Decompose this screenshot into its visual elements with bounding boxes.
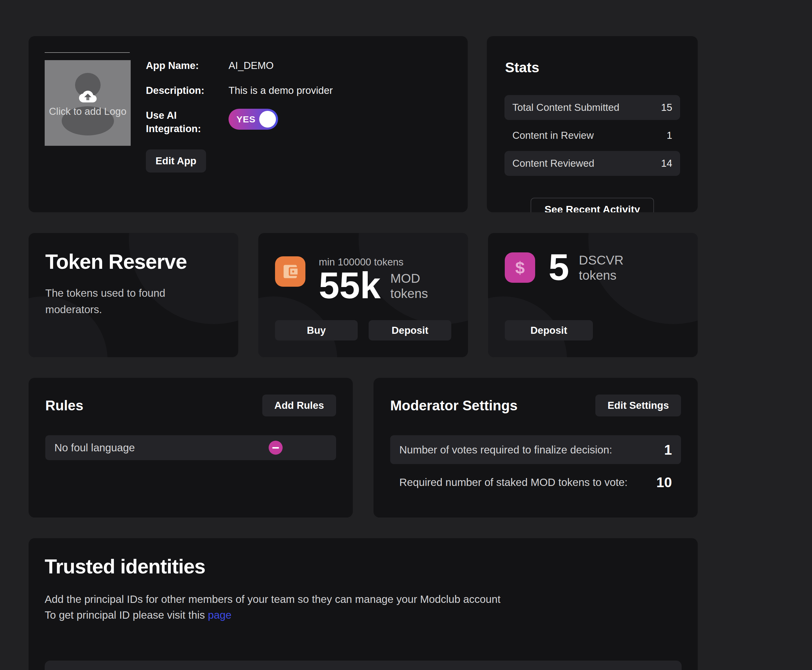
dollar-icon: $ — [505, 252, 535, 283]
stats-list: Total Content Submitted 15 Content in Re… — [505, 95, 680, 176]
mod-token-label: MOD tokens — [390, 271, 428, 301]
app-fields: App Name: AI_DEMO Description: This is a… — [146, 52, 452, 196]
stat-row: Content in Review 1 — [505, 123, 680, 148]
moderator-settings-title: Moderator Settings — [390, 397, 517, 414]
wallet-icon — [275, 256, 305, 287]
stat-label: Content in Review — [512, 130, 594, 141]
moderator-settings-card: Moderator Settings Edit Settings Number … — [373, 378, 698, 518]
dscvr-amount: 5 — [549, 252, 569, 283]
stats-title: Stats — [505, 59, 680, 76]
edit-settings-button[interactable]: Edit Settings — [595, 394, 681, 416]
token-reserve-card: Token Reserve The tokens used to found m… — [29, 233, 238, 357]
rule-text: No foul language — [54, 442, 135, 454]
trusted-identities-description: Add the principal IDs for other members … — [45, 591, 681, 623]
table-header-principal-id: Principal ID — [79, 668, 332, 670]
buy-button[interactable]: Buy — [275, 320, 358, 340]
table-header-actions: Actions — [496, 668, 534, 670]
mod-amount: 55k — [319, 270, 381, 301]
principal-id-page-link[interactable]: page — [208, 609, 232, 621]
token-reserve-title: Token Reserve — [45, 250, 222, 273]
logo-upload[interactable]: Click to add Logo — [45, 60, 131, 146]
mod-balance-card: min 100000 tokens 55k MOD tokens Buy Dep… — [258, 233, 468, 357]
page-content: Click to add Logo App Name: AI_DEMO Desc… — [29, 36, 698, 670]
table-header-username: Username — [332, 668, 496, 670]
logo-divider — [45, 52, 130, 53]
description-label: Description: — [146, 84, 229, 97]
see-recent-activity-button[interactable]: See Recent Activity — [531, 198, 654, 212]
ai-integration-label: Use AI Integration: — [146, 109, 210, 135]
logo-caption: Click to add Logo — [45, 106, 131, 117]
stat-value: 1 — [667, 130, 672, 141]
mod-deposit-button[interactable]: Deposit — [369, 320, 451, 340]
setting-value: 1 — [664, 442, 672, 458]
stat-label: Content Reviewed — [512, 157, 594, 169]
trusted-identities-table: Principal ID Username Actions — [45, 661, 681, 670]
add-rules-button[interactable]: Add Rules — [262, 394, 336, 416]
cloud-upload-icon — [79, 90, 97, 105]
edit-app-button[interactable]: Edit App — [146, 149, 206, 173]
rules-card: Rules Add Rules No foul language — [29, 378, 353, 518]
logo-column: Click to add Logo — [45, 52, 131, 196]
toggle-yes-label: YES — [236, 109, 256, 130]
trusted-identities-card: Trusted identities Add the principal IDs… — [29, 538, 698, 670]
dscvr-deposit-button[interactable]: Deposit — [505, 320, 593, 340]
toggle-knob — [259, 111, 276, 128]
app-name-value: AI_DEMO — [229, 59, 452, 72]
stat-value: 14 — [661, 157, 672, 169]
rules-title: Rules — [45, 397, 83, 414]
remove-rule-button[interactable] — [269, 441, 283, 455]
setting-label: Number of votes required to finalize dec… — [399, 444, 612, 456]
settings-row: Required number of staked MOD tokens to … — [390, 468, 681, 497]
token-reserve-description: The tokens used to found moderators. — [45, 285, 173, 318]
stat-row: Content Reviewed 14 — [505, 151, 680, 176]
ai-integration-toggle[interactable]: YES — [229, 109, 278, 130]
rule-list-item: No foul language — [45, 435, 336, 460]
dscvr-balance-card: $ 5 DSCVR tokens Deposit — [488, 233, 698, 357]
stats-card: Stats Total Content Submitted 15 Content… — [487, 36, 698, 212]
app-name-label: App Name: — [146, 59, 229, 72]
setting-label: Required number of staked MOD tokens to … — [399, 476, 627, 488]
setting-value: 10 — [656, 474, 672, 491]
description-value: This is a demo provider — [229, 84, 452, 97]
dscvr-token-label: DSCVR tokens — [579, 253, 624, 283]
stat-row: Total Content Submitted 15 — [505, 95, 680, 120]
trusted-identities-title: Trusted identities — [45, 555, 681, 578]
app-info-card: Click to add Logo App Name: AI_DEMO Desc… — [29, 36, 468, 212]
stat-value: 15 — [661, 102, 672, 113]
settings-row: Number of votes required to finalize dec… — [390, 435, 681, 464]
stat-label: Total Content Submitted — [512, 102, 619, 113]
